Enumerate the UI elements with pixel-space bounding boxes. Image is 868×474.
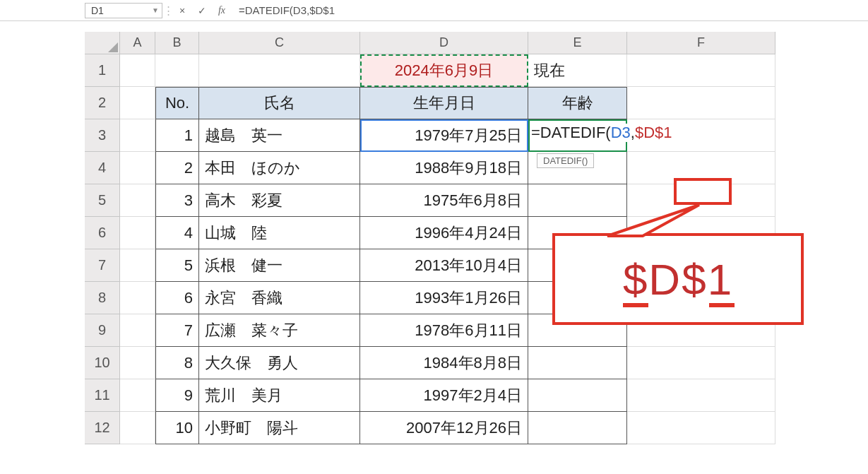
cell-B8[interactable]: 6: [155, 282, 199, 314]
col-header-C[interactable]: C: [199, 32, 360, 54]
column-headers: A B C D E F: [85, 32, 775, 54]
col-header-E[interactable]: E: [528, 32, 627, 54]
col-header-B[interactable]: B: [155, 32, 199, 54]
cell-A3[interactable]: [120, 119, 155, 152]
inline-formula: =DATEDIF(D3,$D$1: [531, 124, 675, 142]
cell-E3[interactable]: =DATEDIF(D3,$D$1 DATEDIF(): [528, 119, 627, 152]
row-3: 3 1 越島 英一 1979年7月25日 =DATEDIF(D3,$D$1 DA…: [85, 119, 775, 152]
underline-2: [709, 303, 735, 307]
row-2: 2 No. 氏名 生年月日 年齢: [85, 87, 775, 119]
dropdown-icon[interactable]: ▼: [152, 6, 159, 14]
row-header-2[interactable]: 2: [85, 87, 120, 119]
cell-B10[interactable]: 8: [155, 347, 199, 379]
row-4: 4 2 本田 ほのか 1988年9月18日: [85, 152, 775, 184]
svg-marker-0: [607, 205, 699, 236]
cell-E11[interactable]: [528, 379, 627, 412]
cell-A2[interactable]: [120, 87, 155, 119]
cell-A7[interactable]: [120, 249, 155, 282]
cell-D7[interactable]: 2013年10月4日: [360, 249, 528, 282]
row-header-8[interactable]: 8: [85, 282, 120, 314]
cell-D11[interactable]: 1997年2月4日: [360, 379, 528, 412]
cell-A9[interactable]: [120, 314, 155, 347]
cell-E10[interactable]: [528, 347, 627, 379]
underline-1: [623, 303, 648, 307]
cell-E2[interactable]: 年齢: [528, 87, 627, 119]
cell-B3[interactable]: 1: [155, 119, 199, 152]
cell-D5[interactable]: 1975年6月8日: [360, 184, 528, 217]
formula-bar: D1 ▼ ⋮ × ✓ fx =DATEDIF(D3,$D$1: [0, 0, 868, 21]
cell-C12[interactable]: 小野町 陽斗: [199, 412, 360, 444]
name-box-value: D1: [91, 5, 104, 16]
cell-F12[interactable]: [627, 412, 775, 444]
row-header-7[interactable]: 7: [85, 249, 120, 282]
callout-text: $D$1: [623, 254, 733, 304]
cell-C3[interactable]: 越島 英一: [199, 119, 360, 152]
cell-A6[interactable]: [120, 217, 155, 249]
row-header-3[interactable]: 3: [85, 119, 120, 152]
cell-F10[interactable]: [627, 347, 775, 379]
row-header-4[interactable]: 4: [85, 152, 120, 184]
cell-C2[interactable]: 氏名: [199, 87, 360, 119]
row-header-1[interactable]: 1: [85, 54, 120, 87]
row-header-9[interactable]: 9: [85, 314, 120, 347]
select-all-corner[interactable]: [85, 32, 120, 54]
cell-A12[interactable]: [120, 412, 155, 444]
cell-A1[interactable]: [120, 54, 155, 87]
separator: ⋮: [165, 3, 171, 18]
cell-D4[interactable]: 1988年9月18日: [360, 152, 528, 184]
cell-B9[interactable]: 7: [155, 314, 199, 347]
cell-C11[interactable]: 荒川 美月: [199, 379, 360, 412]
cell-C1[interactable]: [199, 54, 360, 87]
formula-input[interactable]: =DATEDIF(D3,$D$1: [233, 3, 868, 18]
name-box[interactable]: D1 ▼: [85, 3, 162, 18]
cell-D10[interactable]: 1984年8月8日: [360, 347, 528, 379]
cell-D6[interactable]: 1996年4月24日: [360, 217, 528, 249]
row-1: 1 2024年6月9日 現在: [85, 54, 775, 87]
cell-A10[interactable]: [120, 347, 155, 379]
cell-D9[interactable]: 1978年6月11日: [360, 314, 528, 347]
cell-B7[interactable]: 5: [155, 249, 199, 282]
cell-C10[interactable]: 大久保 勇人: [199, 347, 360, 379]
cell-E12[interactable]: [528, 412, 627, 444]
col-header-D[interactable]: D: [360, 32, 528, 54]
callout-value: $D$1: [623, 255, 733, 304]
row-header-10[interactable]: 10: [85, 347, 120, 379]
cell-B1[interactable]: [155, 54, 199, 87]
cell-C8[interactable]: 永宮 香織: [199, 282, 360, 314]
row-header-11[interactable]: 11: [85, 379, 120, 412]
row-header-12[interactable]: 12: [85, 412, 120, 444]
confirm-icon[interactable]: ✓: [194, 3, 210, 18]
cell-A5[interactable]: [120, 184, 155, 217]
cell-D8[interactable]: 1993年1月26日: [360, 282, 528, 314]
cell-B5[interactable]: 3: [155, 184, 199, 217]
cell-F2[interactable]: [627, 87, 775, 119]
formula-arg2: $D$1: [635, 124, 672, 141]
cell-A8[interactable]: [120, 282, 155, 314]
cell-F1[interactable]: [627, 54, 775, 87]
cell-C9[interactable]: 広瀬 菜々子: [199, 314, 360, 347]
cell-D2[interactable]: 生年月日: [360, 87, 528, 119]
cell-F11[interactable]: [627, 379, 775, 412]
cell-A4[interactable]: [120, 152, 155, 184]
cell-C7[interactable]: 浜根 健一: [199, 249, 360, 282]
row-header-5[interactable]: 5: [85, 184, 120, 217]
col-header-A[interactable]: A: [120, 32, 155, 54]
cell-C4[interactable]: 本田 ほのか: [199, 152, 360, 184]
cell-B2[interactable]: No.: [155, 87, 199, 119]
cell-D3[interactable]: 1979年7月25日: [360, 119, 528, 152]
cell-C5[interactable]: 高木 彩夏: [199, 184, 360, 217]
cancel-icon[interactable]: ×: [174, 3, 191, 18]
cell-B11[interactable]: 9: [155, 379, 199, 412]
cell-B6[interactable]: 4: [155, 217, 199, 249]
cell-D1[interactable]: 2024年6月9日: [360, 54, 528, 87]
cell-B12[interactable]: 10: [155, 412, 199, 444]
cell-B4[interactable]: 2: [155, 152, 199, 184]
formula-arg1: D3: [611, 124, 631, 141]
cell-E1[interactable]: 現在: [528, 54, 627, 87]
cell-D12[interactable]: 2007年12月26日: [360, 412, 528, 444]
row-header-6[interactable]: 6: [85, 217, 120, 249]
col-header-F[interactable]: F: [627, 32, 775, 54]
fx-icon[interactable]: fx: [213, 3, 230, 18]
cell-A11[interactable]: [120, 379, 155, 412]
cell-C6[interactable]: 山城 陸: [199, 217, 360, 249]
